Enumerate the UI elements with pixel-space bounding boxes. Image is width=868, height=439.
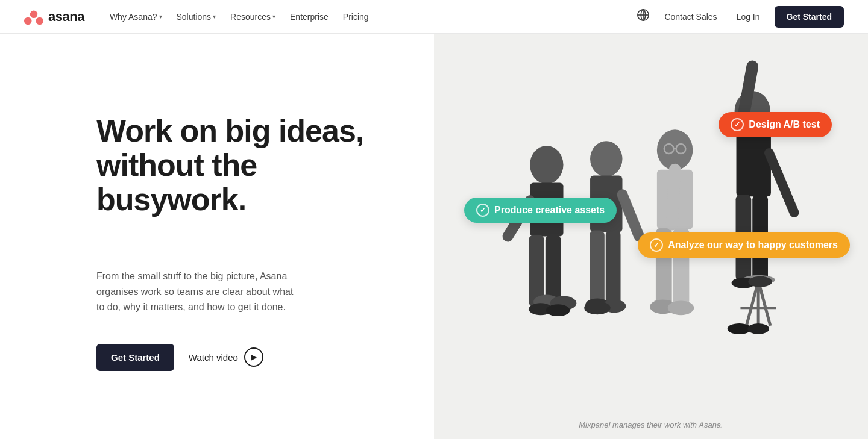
login-button[interactable]: Log In: [732, 8, 765, 25]
asana-logo-icon: [24, 8, 43, 25]
nav-resources[interactable]: Resources ▾: [224, 8, 281, 25]
caption-text: Mixpanel manages their work with Asana.: [579, 420, 723, 429]
logo[interactable]: asana: [24, 8, 84, 25]
nav-right: Contact Sales Log In Get Started: [637, 6, 844, 28]
badge-produce-creative-assets: ✓ Produce creative assets: [464, 198, 617, 223]
svg-point-45: [728, 323, 752, 334]
language-globe-button[interactable]: [637, 8, 650, 25]
main-layout: Work on big ideas, without the busywork.…: [0, 34, 868, 439]
svg-rect-33: [737, 131, 771, 196]
chevron-down-icon: ▾: [159, 13, 162, 20]
check-icon: ✓: [731, 118, 744, 131]
svg-point-2: [36, 17, 43, 25]
hero-left-panel: Work on big ideas, without the busywork.…: [0, 34, 434, 439]
badge-design-ab-test: ✓ Design A/B test: [719, 112, 832, 137]
nav-links: Why Asana? ▾ Solutions ▾ Resources ▾ Ent…: [104, 8, 637, 25]
nav-get-started-button[interactable]: Get Started: [775, 6, 844, 28]
contact-sales-button[interactable]: Contact Sales: [659, 8, 722, 25]
badge-analyze-customers: ✓ Analyze our way to happy customers: [638, 232, 850, 258]
nav-why-asana[interactable]: Why Asana? ▾: [104, 8, 168, 25]
svg-rect-17: [606, 231, 621, 305]
svg-point-44: [584, 301, 611, 314]
svg-point-7: [530, 146, 563, 184]
svg-point-14: [590, 141, 622, 176]
hero-get-started-button[interactable]: Get Started: [96, 344, 174, 371]
svg-point-1: [24, 17, 32, 25]
svg-line-20: [622, 195, 639, 236]
svg-point-29: [668, 300, 694, 315]
logo-text: asana: [48, 9, 84, 25]
hero-description: From the small stuff to the big picture,…: [96, 269, 301, 315]
chevron-down-icon: ▾: [213, 13, 216, 20]
nav-pricing[interactable]: Pricing: [337, 8, 375, 25]
hero-divider: [96, 254, 133, 255]
hero-image-area: ✓ Design A/B test ✓ Produce creative ass…: [434, 34, 868, 439]
hero-title: Work on big ideas, without the busywork.: [96, 114, 386, 217]
play-circle-icon: ▶: [244, 347, 263, 367]
svg-line-38: [758, 281, 770, 326]
svg-point-46: [747, 323, 769, 334]
nav-solutions[interactable]: Solutions ▾: [171, 8, 222, 25]
check-icon: ✓: [650, 238, 663, 252]
hero-right-panel: ✓ Design A/B test ✓ Produce creative ass…: [434, 34, 868, 439]
svg-line-36: [769, 153, 794, 213]
nav-enterprise[interactable]: Enterprise: [284, 8, 335, 25]
svg-line-30: [672, 170, 675, 225]
globe-icon: [637, 8, 650, 22]
svg-rect-16: [590, 231, 605, 305]
cta-row: Get Started Watch video ▶: [96, 344, 386, 371]
svg-point-0: [30, 10, 38, 18]
navbar: asana Why Asana? ▾ Solutions ▾ Resources…: [0, 0, 868, 34]
svg-point-43: [748, 276, 772, 287]
watch-video-button[interactable]: Watch video ▶: [189, 347, 263, 367]
check-icon: ✓: [476, 204, 489, 217]
svg-point-48: [546, 304, 570, 316]
chevron-down-icon: ▾: [272, 13, 275, 20]
svg-line-37: [746, 281, 758, 326]
